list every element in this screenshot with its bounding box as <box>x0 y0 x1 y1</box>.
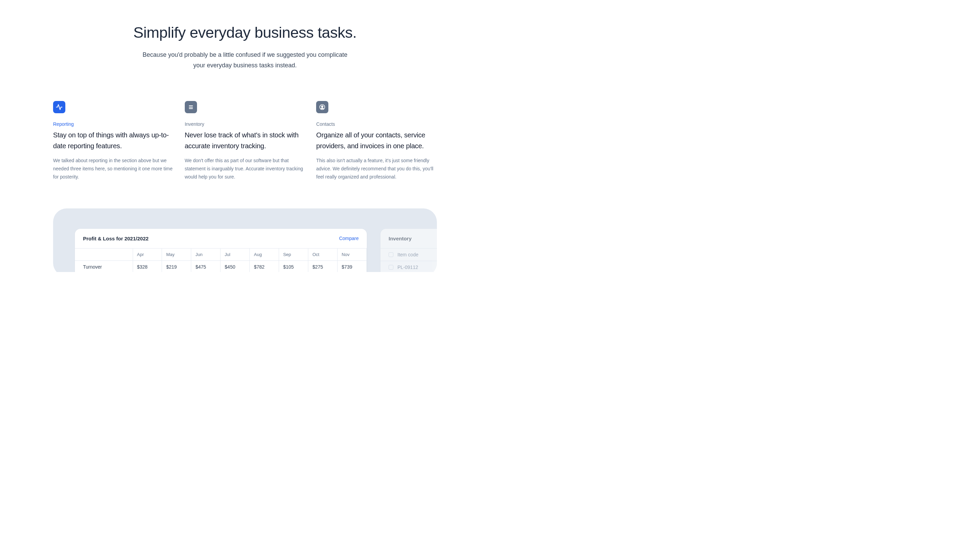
row-label: Turnover <box>75 260 133 272</box>
cell-value: $219 <box>162 260 191 272</box>
feature-title: Never lose track of what's in stock with… <box>185 130 305 151</box>
checkbox-icon[interactable] <box>388 265 393 270</box>
inventory-item-code: PL-09112 <box>398 265 418 270</box>
month-header: Jun <box>191 248 221 260</box>
feature-label: Reporting <box>53 121 174 127</box>
hero-subtitle: Because you'd probably be a little confu… <box>136 50 354 70</box>
cell-value: $450 <box>221 260 250 272</box>
cell-value: $739 <box>337 260 367 272</box>
feature-desc: We don't offer this as part of our softw… <box>185 157 305 181</box>
svg-rect-0 <box>189 105 193 106</box>
feature-desc: This also isn't actually a feature, it's… <box>316 157 437 181</box>
month-header: Sep <box>279 248 308 260</box>
svg-rect-1 <box>189 107 193 108</box>
month-header: Oct <box>308 248 337 260</box>
inventory-card: Inventory Item code Item name PL-09112 D… <box>380 229 437 272</box>
month-header: Apr <box>133 248 162 260</box>
feature-title: Organize all of your contacts, service p… <box>316 130 437 151</box>
svg-rect-2 <box>189 108 193 109</box>
checkbox-icon[interactable] <box>388 252 393 257</box>
feature-reporting[interactable]: Reporting Stay on top of things with alw… <box>53 101 174 181</box>
inventory-row: PL-09112 Digital Stap <box>380 261 437 272</box>
feature-inventory[interactable]: Inventory Never lose track of what's in … <box>185 101 305 181</box>
cell-value: $475 <box>191 260 221 272</box>
report-table: AprMayJunJulAugSepOctNov Turnover$328$21… <box>75 248 367 272</box>
feature-desc: We talked about reporting in the section… <box>53 157 174 181</box>
month-header: Jul <box>221 248 250 260</box>
feature-label: Contacts <box>316 121 437 127</box>
preview-panel: Profit & Loss for 2021/2022 Compare AprM… <box>53 208 437 272</box>
user-icon <box>316 101 328 113</box>
month-header: Aug <box>250 248 279 260</box>
month-header: May <box>162 248 191 260</box>
inventory-col-code: Item code <box>398 252 418 257</box>
cell-value: $782 <box>250 260 279 272</box>
hero-title: Simplify everyday business tasks. <box>53 24 437 41</box>
svg-point-4 <box>321 106 323 108</box>
cell-value: $105 <box>279 260 308 272</box>
inventory-header-row: Item code Item name <box>380 248 437 261</box>
report-card: Profit & Loss for 2021/2022 Compare AprM… <box>75 229 367 272</box>
list-icon <box>185 101 197 113</box>
inventory-title: Inventory <box>380 229 437 248</box>
compare-link[interactable]: Compare <box>339 236 359 241</box>
feature-contacts[interactable]: Contacts Organize all of your contacts, … <box>316 101 437 181</box>
table-row: Turnover$328$219$475$450$782$105$275$739 <box>75 260 367 272</box>
activity-icon <box>53 101 65 113</box>
feature-label: Inventory <box>185 121 305 127</box>
feature-title: Stay on top of things with always up-to-… <box>53 130 174 151</box>
month-header: Nov <box>337 248 367 260</box>
cell-value: $328 <box>133 260 162 272</box>
features-grid: Reporting Stay on top of things with alw… <box>53 101 437 181</box>
report-title: Profit & Loss for 2021/2022 <box>83 236 149 241</box>
cell-value: $275 <box>308 260 337 272</box>
